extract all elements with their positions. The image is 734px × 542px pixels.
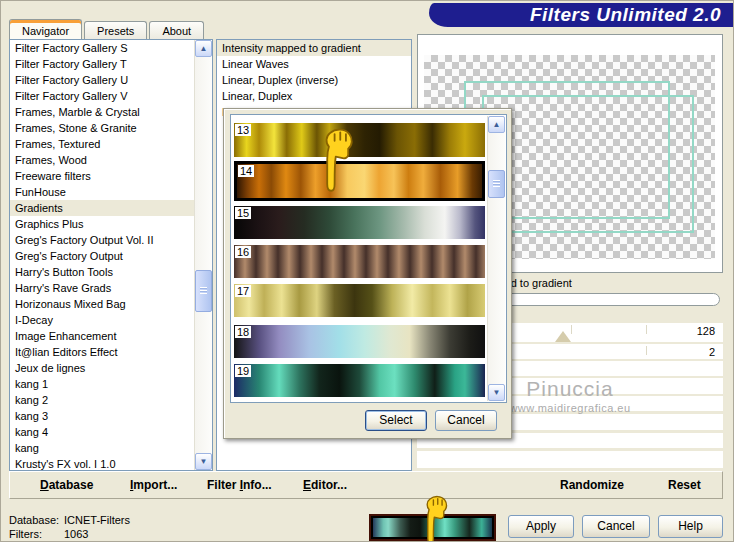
slider-thumb[interactable]: [555, 331, 571, 342]
gradient-swatch[interactable]: 19: [234, 364, 485, 397]
menu-item[interactable]: Editor...: [303, 478, 347, 492]
database-value: ICNET-Filters: [64, 514, 130, 526]
slider-value: 128: [697, 325, 715, 337]
navigator-item[interactable]: Horizonaus Mixed Bag: [10, 296, 212, 312]
navigator-item[interactable]: I-Decay: [10, 312, 212, 328]
filter-item[interactable]: Linear, Duplex (inverse): [217, 72, 411, 88]
slider-tick: [571, 325, 572, 334]
gradient-number: 19: [235, 365, 251, 377]
gradient-swatch[interactable]: 14: [234, 161, 485, 201]
slider-value: 2: [709, 346, 715, 358]
picker-cancel-button[interactable]: Cancel: [435, 410, 497, 431]
filter-item[interactable]: Linear, Duplex: [217, 88, 411, 104]
navigator-panel: Filter Factory Gallery SFilter Factory G…: [9, 39, 213, 471]
gradient-list: ▲ ▼ 13141516171819: [230, 114, 507, 403]
menu-item[interactable]: Filter Info...: [207, 478, 272, 492]
navigator-item[interactable]: kang 4: [10, 424, 212, 440]
database-label: Database:: [9, 514, 59, 526]
navigator-item[interactable]: Greg's Factory Output Vol. II: [10, 232, 212, 248]
navigator-list: Filter Factory Gallery SFilter Factory G…: [10, 40, 212, 471]
scroll-thumb[interactable]: [488, 170, 505, 198]
title-banner: Filters Unlimited 2.0: [429, 3, 734, 27]
filters-count-value: 1063: [64, 528, 88, 540]
preview-frame-outline: [482, 95, 694, 233]
slider-tick: [646, 346, 647, 355]
gradient-number: 16: [235, 246, 251, 258]
navigator-item[interactable]: Jeux de lignes: [10, 360, 212, 376]
help-button[interactable]: Help: [658, 515, 723, 538]
gradient-swatch[interactable]: 18: [234, 325, 485, 358]
gradient-number: 13: [235, 124, 251, 136]
navigator-item[interactable]: Greg's Factory Output: [10, 248, 212, 264]
navigator-item[interactable]: Frames, Wood: [10, 152, 212, 168]
menu-item[interactable]: Randomize: [560, 478, 624, 492]
scroll-up-icon[interactable]: ▲: [488, 116, 505, 133]
navigator-item[interactable]: Gradients: [10, 200, 212, 216]
scroll-up-icon[interactable]: ▲: [195, 40, 212, 57]
navigator-item[interactable]: kang 1: [10, 376, 212, 392]
current-gradient-bar[interactable]: [369, 514, 496, 541]
param-row: [417, 451, 723, 468]
tab-navigator[interactable]: Navigator: [9, 19, 82, 39]
navigator-item[interactable]: Harry's Rave Grads: [10, 280, 212, 296]
navigator-item[interactable]: Filter Factory Gallery S: [10, 40, 212, 56]
navigator-item[interactable]: Graphics Plus: [10, 216, 212, 232]
filter-item[interactable]: Linear Waves: [217, 56, 411, 72]
filters-unlimited-window: Filters Unlimited 2.0 Navigator Presets …: [0, 0, 734, 542]
navigator-item[interactable]: Image Enhancement: [10, 328, 212, 344]
slider-tick: [646, 325, 647, 334]
window-title: Filters Unlimited 2.0: [530, 4, 721, 25]
cancel-button[interactable]: Cancel: [582, 515, 650, 538]
navigator-item[interactable]: Filter Factory Gallery T: [10, 56, 212, 72]
menu-bar: DatabaseImport...Filter Info...Editor...…: [9, 471, 723, 499]
navigator-item[interactable]: Frames, Stone & Granite: [10, 120, 212, 136]
navigator-item[interactable]: Freeware filters: [10, 168, 212, 184]
navigator-item[interactable]: It@lian Editors Effect: [10, 344, 212, 360]
navigator-item[interactable]: Filter Factory Gallery U: [10, 72, 212, 88]
scroll-down-icon[interactable]: ▼: [195, 453, 212, 470]
gradient-swatch[interactable]: 16: [234, 245, 485, 278]
gradient-number: 17: [235, 285, 251, 297]
scroll-thumb[interactable]: [195, 270, 212, 312]
navigator-item[interactable]: kang 2: [10, 392, 212, 408]
gradient-picker-dialog: ▲ ▼ 13141516171819 Select Cancel: [223, 108, 512, 439]
tab-about[interactable]: About: [149, 21, 204, 39]
gradient-number: 15: [235, 207, 251, 219]
tab-bar: Navigator Presets About: [9, 14, 206, 39]
filter-item[interactable]: Intensity mapped to gradient: [217, 40, 411, 56]
menu-item[interactable]: Import...: [130, 478, 177, 492]
gradient-swatch[interactable]: 15: [234, 206, 485, 239]
tab-presets[interactable]: Presets: [84, 21, 147, 39]
navigator-item[interactable]: FunHouse: [10, 184, 212, 200]
navigator-item[interactable]: Frames, Textured: [10, 136, 212, 152]
navigator-item[interactable]: Krusty's FX vol. I 1.0: [10, 456, 212, 471]
gradient-swatch[interactable]: 13: [234, 123, 485, 157]
select-button[interactable]: Select: [365, 410, 427, 431]
gradient-scrollbar[interactable]: ▲ ▼: [487, 116, 505, 401]
menu-item[interactable]: Database: [40, 478, 93, 492]
navigator-item[interactable]: Frames, Marble & Crystal: [10, 104, 212, 120]
filters-count-label: Filters:: [9, 528, 42, 540]
navigator-scrollbar[interactable]: ▲ ▼: [194, 40, 212, 470]
gradient-swatch[interactable]: 17: [234, 284, 485, 317]
gradient-number: 14: [238, 165, 254, 177]
apply-button[interactable]: Apply: [508, 515, 574, 538]
navigator-item[interactable]: kang: [10, 440, 212, 456]
menu-item[interactable]: Reset: [668, 478, 701, 492]
navigator-item[interactable]: kang 3: [10, 408, 212, 424]
navigator-item[interactable]: Harry's Button Tools: [10, 264, 212, 280]
gradient-number: 18: [235, 326, 251, 338]
scroll-down-icon[interactable]: ▼: [488, 384, 505, 401]
navigator-item[interactable]: Filter Factory Gallery V: [10, 88, 212, 104]
